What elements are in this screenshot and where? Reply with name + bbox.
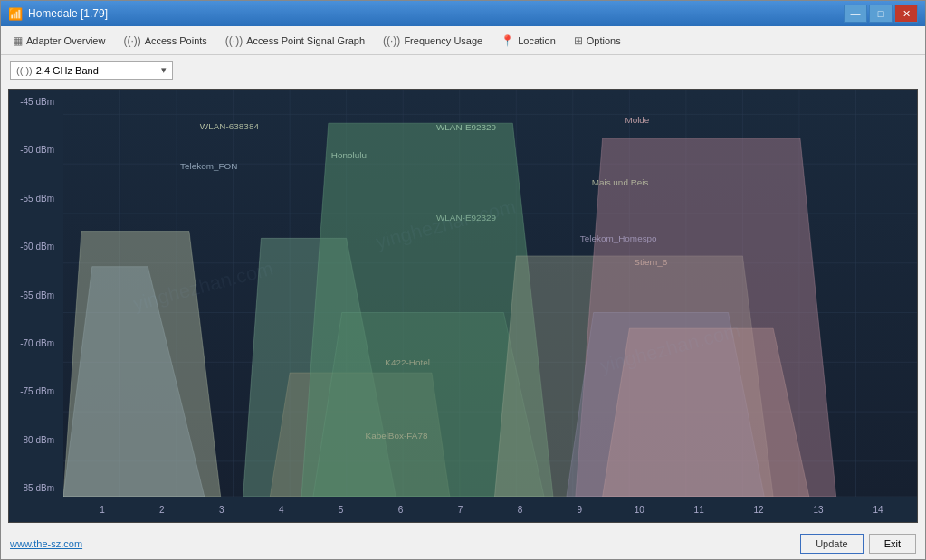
y-label-4: -60 dBm xyxy=(13,242,60,252)
x-label-13: 13 xyxy=(805,505,832,515)
tab-location-label: Location xyxy=(518,35,556,46)
label-kabelbox-hint: K422-Hotel xyxy=(385,357,430,367)
tab-options[interactable]: ⊞ Options xyxy=(566,30,629,52)
x-label-6: 6 xyxy=(387,505,415,515)
y-label-6: -70 dBm xyxy=(13,338,60,348)
y-label-3: -55 dBm xyxy=(13,194,60,204)
bottom-buttons: Update Exit xyxy=(800,534,916,554)
x-label-5: 5 xyxy=(328,505,355,515)
x-label-8: 8 xyxy=(506,505,533,515)
label-wlan-638384: WLAN-638384 xyxy=(200,121,260,131)
x-label-14: 14 xyxy=(864,505,892,515)
x-label-9: 9 xyxy=(566,505,593,515)
menu-bar: ▦ Adapter Overview ((·)) Access Points (… xyxy=(1,26,925,55)
app-icon: 📶 xyxy=(8,7,23,21)
options-icon: ⊞ xyxy=(574,34,583,47)
x-label-1: 1 xyxy=(89,505,116,515)
website-link[interactable]: www.the-sz.com xyxy=(10,538,82,549)
label-honolulu: Honolulu xyxy=(331,150,367,160)
y-label-8: -80 dBm xyxy=(13,435,60,445)
toolbar: ((·)) 2.4 GHz Band ▾ xyxy=(1,55,925,85)
access-points-icon: ((·)) xyxy=(123,34,140,47)
y-axis: -45 dBm -50 dBm -55 dBm -60 dBm -65 dBm … xyxy=(9,90,63,497)
label-stiern6: Stiern_6 xyxy=(634,257,667,267)
tab-access-point-signal-graph[interactable]: ((·)) Access Point Signal Graph xyxy=(217,30,373,52)
exit-button[interactable]: Exit xyxy=(869,534,916,554)
dropdown-arrow-icon: ▾ xyxy=(161,64,167,76)
label-mais-und-reis: Mais und Reis xyxy=(592,177,649,187)
x-axis: 1 2 3 4 5 6 7 8 9 10 11 12 13 14 xyxy=(63,497,917,522)
tab-options-label: Options xyxy=(587,35,621,46)
chart-svg: WLAN-638384 Telekom_FON Honolulu WLAN-E9… xyxy=(63,90,917,497)
window-title: Homedale [1.79] xyxy=(28,7,838,20)
y-label-5: -65 dBm xyxy=(13,290,60,300)
x-label-12: 12 xyxy=(745,505,772,515)
title-bar: 📶 Homedale [1.79] — □ ✕ xyxy=(1,1,925,26)
x-label-10: 10 xyxy=(625,505,653,515)
tab-adapter-overview[interactable]: ▦ Adapter Overview xyxy=(5,30,113,52)
tab-frequency-usage-label: Frequency Usage xyxy=(404,35,482,46)
signal-graph-icon: ((·)) xyxy=(225,34,243,47)
close-button[interactable]: ✕ xyxy=(894,5,918,23)
x-label-2: 2 xyxy=(148,505,176,515)
x-label-4: 4 xyxy=(268,505,295,515)
chart-plot-area: WLAN-638384 Telekom_FON Honolulu WLAN-E9… xyxy=(63,90,917,497)
y-label-9: -85 dBm xyxy=(13,483,60,493)
label-telekom-homespo: Telekom_Homespo xyxy=(580,233,657,243)
y-label-7: -75 dBm xyxy=(13,386,60,396)
frequency-usage-icon: ((·)) xyxy=(383,34,400,47)
x-label-7: 7 xyxy=(446,505,473,515)
minimize-button[interactable]: — xyxy=(844,5,867,23)
adapter-overview-icon: ▦ xyxy=(13,34,23,47)
update-button[interactable]: Update xyxy=(800,534,863,554)
x-label-3: 3 xyxy=(208,505,235,515)
tab-adapter-overview-label: Adapter Overview xyxy=(26,35,105,46)
tab-location[interactable]: 📍 Location xyxy=(492,30,564,52)
y-label-2: -50 dBm xyxy=(13,145,60,155)
label-molde: Molde xyxy=(625,115,650,125)
main-area: -45 dBm -50 dBm -55 dBm -60 dBm -65 dBm … xyxy=(1,85,925,527)
frequency-chart: -45 dBm -50 dBm -55 dBm -60 dBm -65 dBm … xyxy=(8,89,918,523)
location-icon: 📍 xyxy=(501,34,514,47)
main-window: 📶 Homedale [1.79] — □ ✕ ▦ Adapter Overvi… xyxy=(0,0,926,560)
bottom-bar: www.the-sz.com Update Exit xyxy=(1,527,925,559)
tab-access-points-label: Access Points xyxy=(145,35,207,46)
y-label-1: -45 dBm xyxy=(13,97,60,107)
window-controls: — □ ✕ xyxy=(844,5,918,23)
label-telekom-fon: Telekom_FON xyxy=(180,161,237,171)
band-selector-icon: ((·)) xyxy=(16,65,33,76)
maximize-button[interactable]: □ xyxy=(869,5,893,23)
tab-access-points[interactable]: ((·)) Access Points xyxy=(115,30,215,52)
label-wlan-e92329-1: WLAN-E92329 xyxy=(436,122,497,132)
tab-frequency-usage[interactable]: ((·)) Frequency Usage xyxy=(375,30,491,52)
label-kabelbox: KabelBox-FA78 xyxy=(366,431,428,441)
x-label-11: 11 xyxy=(685,505,712,515)
tab-signal-graph-label: Access Point Signal Graph xyxy=(246,35,365,46)
band-selector-value: 2.4 GHz Band xyxy=(36,65,99,76)
band-selector[interactable]: ((·)) 2.4 GHz Band ▾ xyxy=(10,61,173,80)
